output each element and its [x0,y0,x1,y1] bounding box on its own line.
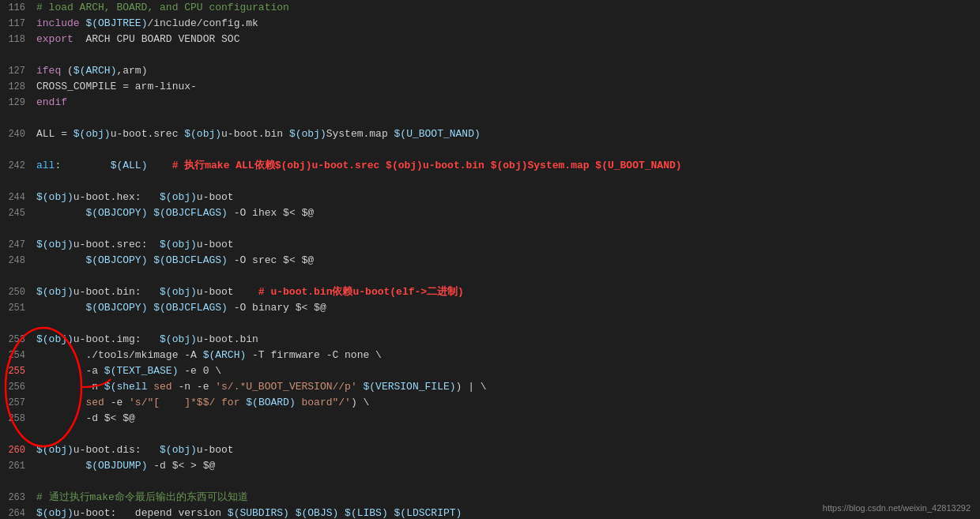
code-line-254: 254 ./tools/mkimage -A $(ARCH) -T firmwa… [0,348,980,363]
code-line-257: 257 sed -e 's/"[ ]*$$/ for $(BOARD) boar… [0,395,980,411]
code-line-118: 118 export ARCH CPU BOARD VENDOR SOC [0,32,980,47]
watermark: https://blog.csdn.net/weixin_42813292 [823,503,971,513]
code-line-129: 129 endif [0,95,980,111]
code-line-260: 260 $(obj)u-boot.dis: $(obj)u-boot [0,442,980,458]
empty-line [0,427,980,442]
empty-line [0,316,980,332]
code-line-251: 251 $(OBJCOPY) $(OBJCFLAGS) -O binary $<… [0,300,980,316]
code-line-258: 258 -d $< $@ [0,411,980,427]
code-line-248: 248 $(OBJCOPY) $(OBJCFLAGS) -O srec $< $… [0,253,980,269]
code-line-253: 253 $(obj)u-boot.img: $(obj)u-boot.bin [0,332,980,348]
code-line-256: 256 -n $(shell sed -n -e 's/.*U_BOOT_VER… [0,379,980,395]
empty-line [0,111,980,126]
empty-line [0,269,980,284]
code-line-244: 244 $(obj)u-boot.hex: $(obj)u-boot [0,190,980,205]
code-line-261: 261 $(OBJDUMP) -d $< > $@ [0,458,980,474]
code-line-128: 128 CROSS_COMPILE = arm-linux- [0,79,980,95]
empty-line [0,221,980,237]
empty-line [0,474,980,490]
code-line-240: 240 ALL = $(obj)u-boot.srec $(obj)u-boot… [0,126,980,142]
code-line-247: 247 $(obj)u-boot.srec: $(obj)u-boot [0,237,980,253]
code-editor: 116 # load ARCH, BOARD, and CPU configur… [0,0,980,519]
code-line-117: 117 include $(OBJTREE)/include/config.mk [0,16,980,32]
empty-line [0,174,980,190]
code-line-127: 127 ifeq ($(ARCH),arm) [0,63,980,79]
code-line-116: 116 # load ARCH, BOARD, and CPU configur… [0,0,980,16]
empty-line [0,142,980,158]
code-line-245: 245 $(OBJCOPY) $(OBJCFLAGS) -O ihex $< $… [0,205,980,221]
code-line-255: 255 -a $(TEXT_BASE) -e 0 \ [0,363,980,379]
empty-line [0,47,980,63]
code-line-242: 242 all: $(ALL) # 执行make ALL依赖$(obj)u-bo… [0,158,980,174]
code-line-250: 250 $(obj)u-boot.bin: $(obj)u-boot # u-b… [0,284,980,300]
